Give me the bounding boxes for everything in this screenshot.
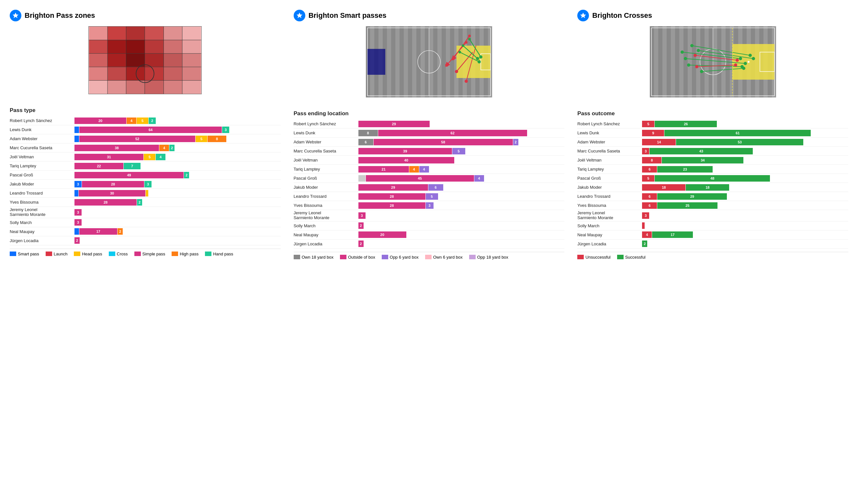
svg-point-93 — [700, 70, 703, 73]
legend-item: Cross — [109, 251, 128, 256]
svg-rect-0 — [89, 27, 108, 40]
bar-area: 17 2 — [75, 228, 281, 235]
legend-item: Outside of box — [340, 255, 375, 260]
player-row: Adam Webster 14 53 — [577, 137, 848, 147]
bar-seg: 17 — [652, 231, 693, 238]
svg-rect-47 — [457, 46, 491, 78]
bar-seg: 3 — [144, 181, 152, 188]
bar-area: 8 62 — [359, 130, 565, 136]
bar-seg: 62 — [378, 130, 527, 136]
svg-point-54 — [455, 70, 458, 73]
player-name: Adam Webster — [294, 140, 359, 145]
bar-seg: 49 — [75, 172, 184, 178]
player-name: Lewis Dunk — [10, 127, 75, 132]
player-name: Pascal Groß — [10, 173, 75, 178]
player-row: Yves Bissouma 28 2 — [10, 198, 281, 207]
legend-color — [617, 255, 624, 259]
svg-rect-5 — [182, 27, 201, 40]
bar-area: 6 29 — [642, 193, 848, 200]
svg-rect-8 — [126, 40, 145, 54]
bar-area: 28 5 — [359, 193, 565, 200]
svg-point-82 — [744, 62, 747, 65]
legend-color — [469, 255, 476, 259]
svg-rect-4 — [164, 27, 182, 40]
player-row: Lewis Dunk 8 62 — [294, 129, 565, 137]
player-row: Neal Maupay 17 2 — [10, 227, 281, 236]
bar-area — [642, 222, 848, 229]
bar-seg: 2 — [359, 241, 364, 247]
legend-item: Own 18 yard box — [294, 255, 333, 260]
bar-seg: 7 — [124, 163, 141, 169]
bar-area: 6 25 — [642, 202, 848, 209]
player-row: Jeremy LeonelSarmiento Morante 3 — [577, 210, 848, 222]
bar-seg — [642, 222, 645, 229]
bar-seg: 29 — [359, 121, 430, 127]
bar-area: 2 — [359, 222, 565, 229]
player-row: Robert Lynch Sánchez 20 4 5 2 — [10, 116, 281, 125]
player-row: Pascal Groß 45 4 — [294, 174, 565, 183]
bar-seg: 3 — [222, 127, 229, 133]
bar-area: 3 — [75, 209, 281, 215]
section-label-2: Pass ending location — [294, 110, 565, 117]
bar-seg: 5 — [195, 136, 207, 142]
player-row: Joël Veltman 8 34 — [577, 156, 848, 165]
bar-area: 5 48 — [642, 175, 848, 182]
legend-item: Hand pass — [205, 251, 233, 256]
bar-seg: 6 — [428, 184, 443, 191]
svg-rect-19 — [108, 67, 126, 81]
bar-seg: 25 — [657, 202, 717, 209]
section-label-1: Pass type — [10, 107, 281, 114]
bar-seg: 26 — [655, 121, 717, 127]
legend-label-high-pass: High pass — [180, 251, 198, 256]
legend-label: Own 6 yard box — [433, 255, 463, 260]
svg-point-62 — [478, 60, 481, 63]
player-row: Leandro Trossard 28 5 — [294, 192, 565, 201]
legend-color — [109, 251, 115, 256]
svg-rect-6 — [89, 40, 108, 54]
bar-seg: 14 — [642, 139, 676, 145]
player-list-3: Robert Lynch Sánchez 5 26 Lewis Dunk 9 6… — [577, 119, 848, 249]
brighton-badge-3 — [577, 10, 589, 21]
bar-seg: 28 — [75, 199, 137, 206]
svg-point-97 — [736, 59, 739, 62]
player-name: Leandro Trossard — [577, 194, 642, 199]
bar-seg: 29 — [657, 193, 727, 200]
bar-area: 2 — [642, 241, 848, 247]
svg-rect-73 — [732, 44, 775, 80]
main-container: Brighton Pass zones — [10, 10, 848, 260]
legend-color-head-pass — [74, 251, 80, 256]
bar-seg: 20 — [359, 231, 406, 238]
bar-seg: 8 — [642, 157, 662, 163]
svg-rect-29 — [182, 80, 201, 94]
bar-seg: 2 — [148, 117, 156, 124]
legend-item: Launch — [46, 251, 68, 256]
player-name: Yves Bissouma — [10, 200, 75, 205]
svg-rect-23 — [182, 67, 201, 81]
svg-point-91 — [752, 57, 755, 60]
svg-point-56 — [465, 80, 468, 83]
player-row: Leandro Trossard 30 — [10, 189, 281, 198]
bar-area: 3 43 — [642, 148, 848, 155]
bar-seg: 2 — [137, 199, 142, 206]
svg-point-79 — [739, 57, 742, 60]
player-name: Leandro Trossard — [294, 194, 359, 199]
bar-seg: 18 — [642, 184, 685, 191]
svg-point-90 — [697, 49, 700, 52]
player-name: Adam Webster — [10, 136, 75, 142]
bar-seg: 53 — [676, 139, 803, 145]
bar-seg: 4 — [159, 145, 169, 151]
bar-area: 21 4 4 — [359, 166, 565, 173]
player-row: Adam Webster 6 58 2 — [294, 137, 565, 147]
svg-rect-13 — [108, 53, 126, 67]
player-row: Pascal Groß 5 48 — [577, 174, 848, 183]
bar-seg: 61 — [664, 130, 811, 136]
legend-label: Cross — [117, 251, 128, 256]
legend-color — [382, 255, 388, 259]
bar-seg: 5 — [144, 154, 155, 160]
svg-point-53 — [445, 63, 448, 67]
bar-area: 2 — [75, 237, 281, 244]
svg-point-78 — [681, 50, 684, 54]
panel-title-crosses: Brighton Crosses — [577, 10, 848, 21]
legend-color — [10, 251, 16, 256]
player-name: Marc Cucurella Saseta — [294, 149, 359, 154]
